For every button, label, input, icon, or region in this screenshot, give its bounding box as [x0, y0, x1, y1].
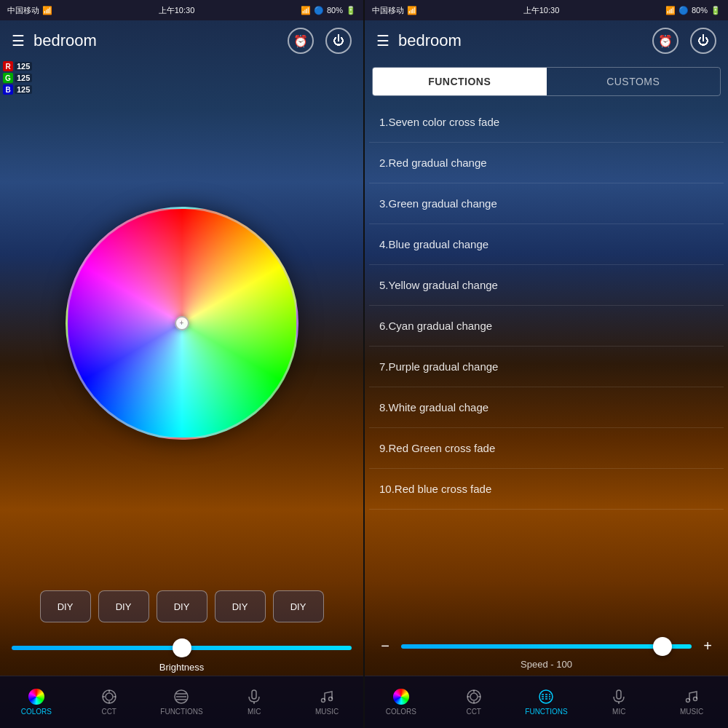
- right-battery: 80%: [692, 6, 708, 15]
- svg-point-13: [329, 697, 333, 701]
- left-alarm-button[interactable]: ⏰: [288, 28, 314, 54]
- svg-point-12: [322, 699, 325, 703]
- speed-slider-track[interactable]: [401, 644, 692, 649]
- left-power-icon: ⏻: [333, 34, 344, 47]
- speed-minus-button[interactable]: −: [376, 638, 394, 654]
- function-item-1[interactable]: 1.Seven color cross fade: [369, 102, 724, 143]
- right-panel: 中国移动 📶 上午10:30 📶 🔵 80% 🔋 ☰ bedroom ⏰ ⏻: [365, 0, 728, 728]
- left-functions-icon: [173, 689, 189, 705]
- tab-functions[interactable]: FUNCTIONS: [373, 68, 547, 95]
- svg-point-1: [106, 693, 113, 700]
- brightness-section: Brightness: [0, 628, 363, 676]
- right-alarm-button[interactable]: ⏰: [652, 28, 678, 54]
- right-cct-icon: [466, 689, 482, 705]
- g-badge: G 125: [3, 73, 32, 83]
- right-nav-cct[interactable]: CCT: [452, 689, 496, 716]
- right-signal-icon: 📶: [665, 6, 676, 15]
- right-menu-icon[interactable]: ☰: [376, 32, 389, 50]
- function-label-5: 5.Yellow gradual change: [379, 279, 498, 291]
- right-bottom-nav: COLORS CCT: [365, 676, 728, 728]
- left-colors-icon: [28, 689, 44, 705]
- svg-rect-24: [617, 690, 621, 699]
- b-badge: B 125: [3, 84, 32, 95]
- function-item-3[interactable]: 3.Green gradual change: [369, 183, 724, 224]
- svg-rect-10: [252, 690, 256, 699]
- right-status-bar: 中国移动 📶 上午10:30 📶 🔵 80% 🔋: [365, 0, 728, 20]
- function-label-7: 7.Purple gradual change: [379, 360, 498, 373]
- speed-slider-thumb[interactable]: [653, 637, 672, 656]
- function-item-2[interactable]: 2.Red gradual change: [369, 143, 724, 183]
- diy-button-4[interactable]: DIY: [215, 590, 266, 622]
- brightness-slider-thumb[interactable]: [173, 638, 191, 657]
- left-panel: 中国移动 📶 上午10:30 📶 🔵 80% 🔋 ☰ bedroom ⏰ ⏻: [0, 0, 363, 728]
- function-label-1: 1.Seven color cross fade: [379, 116, 499, 128]
- function-item-10[interactable]: 10.Red blue cross fade: [369, 469, 724, 510]
- function-item-7[interactable]: 7.Purple gradual change: [369, 347, 724, 387]
- left-bottom-nav: COLORS CCT: [0, 676, 363, 728]
- svg-point-27: [694, 697, 697, 701]
- color-wheel-cursor[interactable]: +: [175, 316, 189, 331]
- function-label-8: 8.White gradual chage: [379, 401, 488, 414]
- tab-customs[interactable]: CUSTOMS: [547, 68, 721, 95]
- left-nav-cct[interactable]: CCT: [87, 689, 131, 716]
- right-nav-mic[interactable]: MIC: [597, 689, 641, 716]
- left-battery-icon: 🔋: [346, 6, 356, 15]
- function-label-4: 4.Blue gradual change: [379, 238, 488, 250]
- right-power-icon: ⏻: [697, 34, 709, 47]
- brightness-slider-track[interactable]: [12, 646, 352, 650]
- right-battery-icon: 🔋: [711, 6, 721, 15]
- diy-button-2[interactable]: DIY: [98, 590, 149, 622]
- right-colors-icon: [393, 689, 409, 705]
- right-nav-colors[interactable]: COLORS: [379, 689, 423, 716]
- svg-point-15: [470, 693, 478, 700]
- left-nav-mic[interactable]: MIC: [232, 689, 276, 716]
- right-music-icon: [684, 689, 700, 705]
- left-menu-icon[interactable]: ☰: [12, 32, 25, 50]
- diy-row: DIY DIY DIY DIY DIY: [0, 585, 363, 628]
- left-status-time: 上午10:30: [159, 5, 195, 16]
- left-nav-music[interactable]: MUSIC: [305, 689, 349, 716]
- left-power-button[interactable]: ⏻: [325, 28, 352, 54]
- left-nav-colors[interactable]: COLORS: [15, 689, 58, 716]
- r-value: 125: [15, 62, 32, 71]
- speed-label: Speed - 100: [376, 659, 716, 670]
- diy-button-3[interactable]: DIY: [157, 590, 207, 622]
- left-header: ☰ bedroom ⏰ ⏻: [0, 20, 363, 61]
- right-nav-functions[interactable]: FUNCTIONS: [524, 689, 568, 716]
- diy-button-1[interactable]: DIY: [40, 590, 91, 622]
- right-status-right: 📶 🔵 80% 🔋: [665, 6, 721, 15]
- right-power-button[interactable]: ⏻: [690, 28, 716, 54]
- function-label-10: 10.Red blue cross fade: [379, 483, 491, 495]
- svg-point-26: [687, 699, 690, 703]
- function-label-6: 6.Cyan gradual change: [379, 320, 492, 332]
- b-label: B: [3, 84, 13, 95]
- speed-plus-button[interactable]: +: [699, 638, 716, 654]
- function-item-5[interactable]: 5.Yellow gradual change: [369, 265, 724, 306]
- left-music-icon: [319, 689, 335, 705]
- speed-controls: − +: [376, 638, 716, 654]
- left-cct-icon: [101, 689, 117, 705]
- right-status-left: 中国移动 📶: [372, 5, 417, 16]
- color-wheel[interactable]: +: [66, 207, 298, 440]
- function-label-2: 2.Red gradual change: [379, 157, 487, 169]
- function-label-9: 9.Red Green cross fade: [379, 442, 495, 454]
- left-nav-music-label: MUSIC: [315, 708, 339, 716]
- color-wheel-container: +: [0, 61, 363, 585]
- right-nav-music[interactable]: MUSIC: [670, 689, 713, 716]
- left-carrier: 中国移动: [7, 5, 39, 16]
- function-item-8[interactable]: 8.White gradual chage: [369, 387, 724, 428]
- right-carrier: 中国移动: [372, 5, 404, 16]
- left-nav-functions[interactable]: FUNCTIONS: [159, 689, 203, 716]
- left-nav-mic-label: MIC: [248, 708, 261, 716]
- rgb-badges: R 125 G 125 B 125: [3, 61, 32, 95]
- g-label: G: [3, 73, 13, 83]
- diy-button-5[interactable]: DIY: [273, 590, 324, 622]
- left-signal-icon: 📶: [301, 6, 311, 15]
- functions-list: 1.Seven color cross fade 2.Red gradual c…: [365, 102, 728, 629]
- left-alarm-icon: ⏰: [293, 34, 308, 48]
- function-item-6[interactable]: 6.Cyan gradual change: [369, 306, 724, 347]
- right-nav-cct-label: CCT: [466, 708, 481, 716]
- left-bt-icon: 🔵: [314, 6, 324, 15]
- function-item-4[interactable]: 4.Blue gradual change: [369, 224, 724, 265]
- function-item-9[interactable]: 9.Red Green cross fade: [369, 428, 724, 469]
